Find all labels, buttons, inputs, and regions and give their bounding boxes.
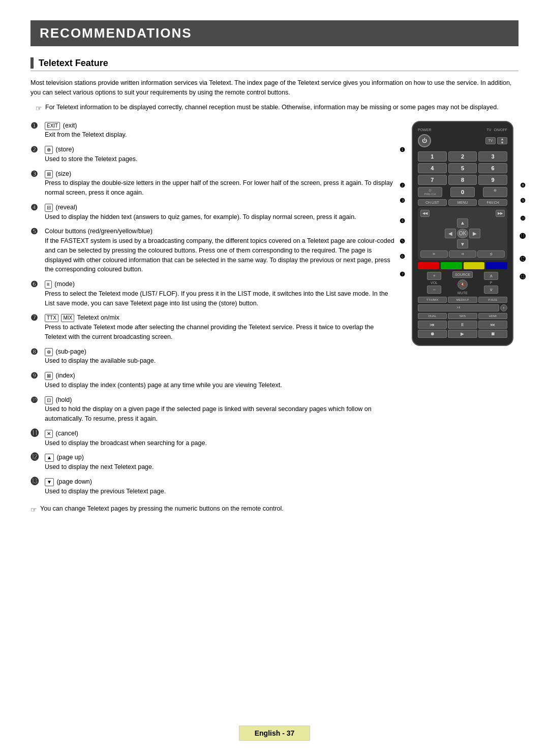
transport-row-2: ⏺ ▶ ⏹ <box>418 330 507 338</box>
ch-up-btn[interactable]: ∧ <box>484 272 498 280</box>
vol-down-btn[interactable]: − <box>427 286 441 294</box>
num-btn-5[interactable]: 5 <box>448 163 477 173</box>
feature-content-3: ⊞ (size) Press to display the double-siz… <box>45 169 396 198</box>
num-btn-1[interactable]: 1 <box>418 151 447 162</box>
nav-empty-br <box>469 239 480 249</box>
ch-list-btn[interactable]: CH LIST <box>418 199 447 206</box>
mode-icon: ≡ <box>45 280 52 289</box>
tv-buttons: TV ▲▼ <box>485 137 507 144</box>
num-btn-0[interactable]: 0 <box>450 187 475 197</box>
feature-label-3: (size) <box>55 170 71 177</box>
tv-label: TV <box>487 128 492 132</box>
vol-up-btn[interactable]: + <box>427 272 441 280</box>
dot-btn[interactable]: • <box>500 304 507 311</box>
i-ii-btn[interactable]: I-II <box>418 304 499 311</box>
feature-content-11: ✕ (cancel) Used to display the broadcast… <box>45 429 207 448</box>
note-text-1: For Teletext information to be displayed… <box>45 103 499 112</box>
p-size-btn[interactable]: P.SIZE <box>478 297 507 303</box>
feature-item-7: ❼ TTX MIX Teletext on/mix Press to activ… <box>30 313 396 341</box>
tv-btn[interactable]: TV <box>485 137 496 144</box>
feature-content-13: ▼ (page down) Used to display the previo… <box>45 477 166 496</box>
pause-btn[interactable]: ⏸ <box>448 321 477 329</box>
nav-empty-tr <box>469 218 480 228</box>
srs-btn[interactable]: SRS <box>448 313 477 319</box>
record-btn[interactable]: ⏺ <box>418 330 447 338</box>
btn-green[interactable] <box>441 262 462 269</box>
remote-control: POWER TV ON/OFF ⏻ TV ▲▼ <box>412 121 513 346</box>
menu-btn[interactable]: MENU <box>448 199 477 206</box>
feature-item-2: ❷ ⊕ (store) Used to store the Teletext p… <box>30 145 396 164</box>
stop-btn[interactable]: ⏹ <box>478 330 507 338</box>
nav-down-btn[interactable]: ▼ <box>457 239 468 249</box>
fav-ch-btn[interactable]: FAV.CH <box>478 199 507 206</box>
annot-3: ❸ <box>400 197 405 204</box>
feature-label-9: (index) <box>55 372 75 379</box>
nav-center-btn[interactable]: OK <box>457 229 468 238</box>
source-btn[interactable]: SOURCE <box>452 271 473 278</box>
section-heading: Teletext Feature <box>39 58 108 69</box>
ff-btn[interactable]: ⏭ <box>478 321 507 329</box>
pre-ch-btn[interactable]: ⊙ PRE-CH <box>418 187 442 197</box>
page-title: RECOMMENDATIONS <box>40 25 509 41</box>
play-btn[interactable]: ▶ <box>448 330 477 338</box>
feature-item-10: ❿ ⊡ (hold) Used to hold the display on a… <box>30 395 396 424</box>
reveal-icon: ⊟ <box>45 204 53 212</box>
nav-left-btn[interactable]: ◀ <box>445 229 456 238</box>
nav-bottom-right[interactable]: ⊴ <box>477 250 505 258</box>
nav-top-right[interactable]: ▶▶ <box>496 210 505 217</box>
feature-desc-11: Used to display the broadcast when searc… <box>45 439 207 447</box>
ttx-icon: TTX <box>45 314 58 322</box>
color-btns-row <box>418 262 507 269</box>
annot-13: ⓭ <box>520 273 526 280</box>
feature-desc-8: Used to display the available sub-page. <box>45 357 156 364</box>
nav-bottom-mid[interactable]: ⊲ <box>449 250 476 258</box>
ch-down-btn[interactable]: ∨ <box>484 286 498 294</box>
btn-red[interactable] <box>418 262 439 269</box>
onoff-btn[interactable]: ▲▼ <box>497 137 507 144</box>
power-button[interactable]: ⏻ <box>418 134 431 147</box>
feature-num-3: ❸ <box>30 169 45 179</box>
annot-5: ❺ <box>400 238 405 245</box>
dual-btn[interactable]: DUAL <box>418 313 447 319</box>
btn-blue[interactable] <box>486 262 507 269</box>
num-btn-8[interactable]: 8 <box>448 175 477 185</box>
ttx-mix-btn[interactable]: TTX/MIX <box>418 297 447 303</box>
nav-right-btn[interactable]: ▶ <box>469 229 480 238</box>
rew-btn[interactable]: ⏮ <box>418 321 447 329</box>
nav-top-left[interactable]: ◀◀ <box>420 210 430 217</box>
feature-content-12: ▲ (page up) Used to display the next Tel… <box>45 453 154 472</box>
num-btn-4[interactable]: 4 <box>418 163 447 173</box>
feature-num-7: ❼ <box>30 313 45 323</box>
mute-label: MUTE <box>458 291 468 295</box>
btn-yellow[interactable] <box>464 262 485 269</box>
remote-container: ❶ ❷ ❸ ❹ ❺ ❻ ❼ ❽ ❾ ❿ ⓫ ⓬ ⓭ <box>407 121 518 346</box>
feature-desc-13: Used to display the previous Teletext pa… <box>45 488 166 495</box>
feature-content-2: ⊕ (store) Used to store the Teletext pag… <box>45 145 138 164</box>
hdmi-btn[interactable]: HDMI <box>478 313 507 319</box>
feature-num-10: ❿ <box>30 395 45 405</box>
remote-btn-row1: ⏻ TV ▲▼ <box>418 134 507 147</box>
num-btn-3[interactable]: 3 <box>478 151 507 162</box>
content-area: ❶ EXIT (exit) Exit from the Teletext dis… <box>30 121 518 516</box>
num-btn-7[interactable]: 7 <box>418 175 447 185</box>
media-p-btn[interactable]: MEDIA.P <box>448 297 477 303</box>
feature-num-5: ❺ <box>30 227 45 236</box>
section-bar-icon <box>30 57 34 69</box>
feature-desc-10: Used to hold the display on a given page… <box>45 405 372 422</box>
num-btn-2[interactable]: 2 <box>448 151 477 162</box>
feature-item-8: ❽ ⊛ (sub-page) Used to display the avail… <box>30 347 396 366</box>
nav-bottom-left[interactable]: ⊳ <box>420 250 448 258</box>
num-btn-6[interactable]: 6 <box>478 163 507 173</box>
feature-item-5: ❺ Colour buttons (red/green/yellow/blue)… <box>30 227 396 274</box>
num-btn-9[interactable]: 9 <box>478 175 507 185</box>
vol-ch-section: + VOL − SOURCE 🔇 MUTE <box>418 271 507 295</box>
hold-icon: ⊡ <box>45 396 53 404</box>
annot-8: ❽ <box>520 182 526 189</box>
ch-label: P <box>490 281 493 285</box>
feature-content-1: EXIT (exit) Exit from the Teletext displ… <box>45 121 127 140</box>
extra-btn[interactable]: ⊕ <box>483 187 507 197</box>
mute-btn-icon[interactable]: 🔇 <box>458 279 468 290</box>
nav-up-btn[interactable]: ▲ <box>457 218 468 228</box>
bottom-note: ☞ You can change Teletext pages by press… <box>30 504 396 515</box>
feature-content-9: ⊠ (index) Used to display the index (con… <box>45 371 282 390</box>
